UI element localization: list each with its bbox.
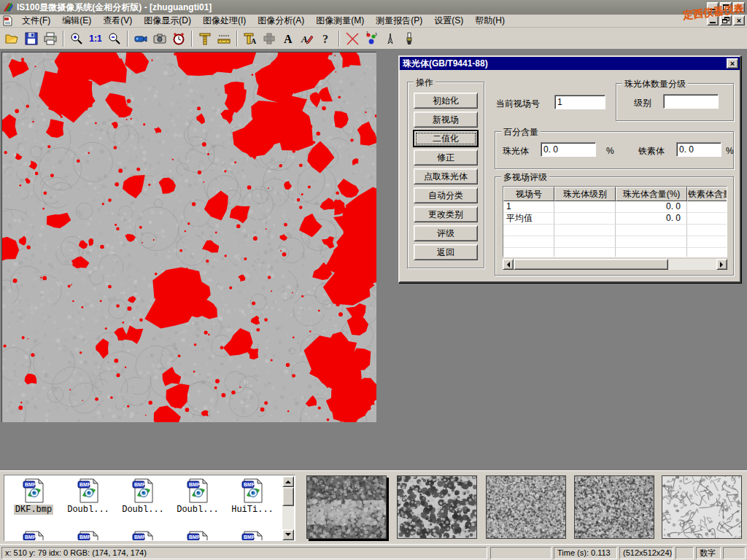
metallographic-image[interactable] — [1, 52, 376, 422]
window-title: IS100显微摄像系统(金相分析版) - [zhuguangti01] — [17, 1, 212, 14]
menu-edit[interactable]: 编辑(E) — [56, 14, 97, 28]
classify-particles-button[interactable]: 13 — [362, 29, 381, 48]
status-bar: x: 510 y: 79 idx: 0 RGB: (174, 174, 174)… — [0, 544, 747, 560]
thumbnail-image-2[interactable] — [397, 475, 477, 539]
ferrite-label: 铁素体 — [638, 145, 665, 158]
menu-help[interactable]: 帮助(H) — [469, 14, 511, 28]
thumbnail-image-3[interactable] — [486, 475, 566, 539]
menu-image-measure[interactable]: 图像测量(M) — [310, 14, 370, 28]
rating-table[interactable]: 视场号 珠光体级别 珠光体含量(%) 铁素体含量(%) 1 0. 0 平均值 — [503, 186, 727, 257]
file-item[interactable]: BMP Doubl... — [171, 478, 225, 515]
file-item[interactable]: BMP — [225, 531, 279, 541]
pick-pearlite-button[interactable]: 点取珠光体 — [414, 168, 478, 184]
thumbnail-image-4[interactable] — [574, 475, 654, 539]
annotate-edit-button[interactable]: A — [298, 29, 317, 48]
menu-image-display[interactable]: 图像显示(D) — [138, 14, 197, 28]
file-name[interactable]: Doubl... — [66, 505, 111, 515]
print-button[interactable] — [41, 29, 60, 48]
file-name[interactable]: HuiTi... — [230, 505, 275, 515]
col-pearlite-content: 珠光体含量(%) — [616, 187, 687, 201]
pearlite-dialog: 珠光体(GB/T9441-88) × 操作 初始化 新视场 二值化 修正 点取珠… — [398, 55, 741, 283]
child-close-button[interactable]: × — [733, 15, 745, 26]
scroll-left-button[interactable] — [503, 259, 514, 270]
file-item[interactable]: BMP — [171, 531, 225, 541]
zoom-in-button[interactable] — [67, 29, 86, 48]
scrollbar-thumb[interactable] — [514, 259, 668, 270]
zoom-out-icon — [107, 31, 122, 46]
binarize-button[interactable]: 二值化 — [414, 131, 478, 147]
toolbar-separator — [338, 31, 340, 47]
dialog-title-bar[interactable]: 珠光体(GB/T9441-88) × — [400, 57, 740, 70]
file-browser[interactable]: BMP DKF.bmp BMP Doubl... BMP Doubl... BM… — [4, 475, 295, 541]
bmp-file-icon: BMP — [131, 478, 155, 503]
dialog-close-button[interactable]: × — [727, 58, 738, 69]
help-button[interactable]: ? — [317, 29, 336, 48]
status-time: Time (s): 0.113 — [554, 547, 617, 559]
app-logo-icon — [2, 1, 14, 13]
scroll-down-button[interactable] — [282, 529, 294, 540]
pearlite-percent-input[interactable] — [541, 142, 596, 157]
title-bar[interactable]: IS100显微摄像系统(金相分析版) - [zhuguangti01] × — [0, 0, 747, 15]
actual-size-button[interactable]: 1:1 — [86, 29, 105, 48]
zoom-out-button[interactable] — [105, 29, 124, 48]
file-name[interactable]: Doubl... — [120, 505, 166, 515]
rate-button[interactable]: 评级 — [414, 225, 478, 241]
measure-text-button[interactable]: A — [241, 29, 260, 48]
camera-capture-button[interactable] — [150, 29, 169, 48]
table-horizontal-scrollbar[interactable] — [503, 259, 727, 270]
menu-measure-report[interactable]: 测量报告(P) — [370, 14, 428, 28]
menu-image-analysis[interactable]: 图像分析(A) — [252, 14, 310, 28]
return-button[interactable]: 返回 — [414, 244, 478, 260]
current-field-input[interactable] — [554, 95, 605, 109]
file-item[interactable]: BMP DKF.bmp — [7, 478, 61, 515]
menu-image-processing[interactable]: 图像处理(I) — [197, 14, 252, 28]
ruler-measure-button[interactable] — [214, 29, 233, 48]
new-field-button[interactable]: 新视场 — [414, 112, 478, 128]
caliper-measure-button[interactable] — [196, 29, 214, 48]
open-button[interactable] — [3, 29, 22, 48]
file-name[interactable]: Doubl... — [175, 505, 220, 515]
toolbar-separator — [127, 31, 128, 47]
change-class-button[interactable]: 更改类别 — [414, 206, 478, 222]
pen-nib-icon — [383, 31, 398, 46]
svg-text:BMP: BMP — [244, 534, 255, 540]
menu-file[interactable]: 文件(F) — [16, 14, 56, 28]
toolbar-separator — [236, 31, 238, 47]
ferrite-percent-input[interactable] — [676, 142, 721, 157]
brush-tool-button[interactable] — [400, 29, 419, 48]
grid-merge-button[interactable] — [260, 29, 279, 48]
thumbnail-image-5[interactable] — [662, 475, 742, 539]
svg-text:BMP: BMP — [134, 482, 146, 487]
table-row[interactable]: 1 0. 0 — [503, 201, 727, 213]
scroll-up-button[interactable] — [282, 476, 294, 487]
video-capture-button[interactable] — [131, 29, 150, 48]
file-item[interactable]: BMP — [116, 531, 170, 541]
svg-text:1: 1 — [366, 31, 368, 35]
menu-settings[interactable]: 设置(S) — [428, 14, 469, 28]
initialize-button[interactable]: 初始化 — [414, 93, 478, 109]
grade-input[interactable] — [663, 94, 719, 109]
file-item[interactable]: BMP Doubl... — [61, 478, 115, 515]
file-item[interactable]: BMP HuiTi... — [225, 478, 279, 515]
clock-icon — [171, 31, 186, 46]
menu-bar: 文件(F) 编辑(E) 查看(V) 图像显示(D) 图像处理(I) 图像分析(A… — [0, 15, 747, 28]
toolbar: 1:1 A A A ? 13 — [0, 28, 747, 50]
scrollbar-thumb[interactable] — [282, 487, 294, 506]
save-button[interactable] — [22, 29, 41, 48]
auto-classify-button[interactable]: 自动分类 — [414, 187, 478, 203]
table-row[interactable]: 平均值 0. 0 — [503, 213, 727, 225]
file-item[interactable]: BMP Doubl... — [116, 478, 170, 515]
thumbnail-image-1[interactable] — [306, 475, 387, 539]
text-label-button[interactable]: A — [279, 29, 298, 48]
timer-button[interactable] — [169, 29, 188, 48]
pen-tool-button[interactable] — [381, 29, 400, 48]
file-list-scrollbar[interactable] — [282, 476, 294, 540]
correct-button[interactable]: 修正 — [414, 149, 478, 166]
scroll-right-button[interactable] — [716, 259, 727, 270]
curve-tool-button[interactable] — [343, 29, 362, 48]
file-name[interactable]: DKF.bmp — [14, 505, 53, 515]
file-item[interactable]: BMP — [61, 531, 115, 541]
menu-view[interactable]: 查看(V) — [97, 14, 138, 28]
grade-label: 级别 — [634, 97, 651, 109]
file-item[interactable]: BMP — [7, 531, 61, 541]
